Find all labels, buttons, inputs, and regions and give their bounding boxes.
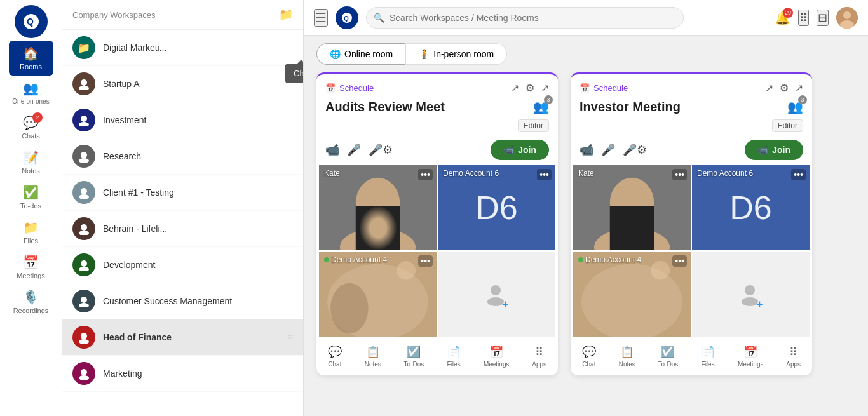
workspace-item-behrain[interactable]: Behrain - Lifeli... ➕ ⚡ ••• ≡ — [62, 211, 303, 247]
drag-handle[interactable]: ≡ — [287, 332, 293, 343]
settings-button-audits[interactable]: ⚙ — [526, 82, 534, 94]
workspace-avatar — [72, 290, 95, 312]
tab-online-room[interactable]: 🌐 Online room — [316, 43, 405, 65]
sidebar-item-rooms[interactable]: 🏠 Rooms — [9, 41, 53, 76]
user-avatar[interactable] — [836, 7, 858, 29]
bolt-button[interactable]: ⚡ — [252, 223, 266, 234]
meeting-card-investor: 📅 Schedule ↗ ⚙ ↗ Investor Meeting 👥 3 Ed… — [571, 72, 812, 375]
expand-button-investor[interactable]: ↗ — [795, 82, 803, 94]
tooltip-text: Change Positions — [294, 69, 304, 78]
bolt-button[interactable]: ⚡ — [252, 42, 266, 53]
meeting-card-audits: 📅 Schedule ↗ ⚙ ↗ Audits Review Meet 👥 3 … — [316, 72, 558, 375]
footer-chat-investor[interactable]: 💬 Chat — [577, 342, 601, 370]
grid-view-button[interactable]: ⠿ — [798, 10, 809, 26]
share-button-audits[interactable]: ↗ — [511, 82, 519, 94]
footer-todos-investor[interactable]: ☑️ To-Dos — [653, 342, 684, 370]
hamburger-menu[interactable]: ☰ — [314, 9, 328, 27]
footer-files-investor[interactable]: 📄 Files — [696, 342, 720, 370]
join-button-audits[interactable]: 📹 Join — [491, 140, 549, 160]
apps-footer-icon: ⠿ — [535, 345, 543, 359]
drag-handle[interactable]: ≡ — [287, 259, 293, 271]
workspace-item-customer-success[interactable]: Customer Success Management ≡ — [62, 283, 303, 319]
sidebar-item-recordings[interactable]: 🎙️ Recordings — [0, 285, 62, 319]
video-btn-investor[interactable]: 📹 — [580, 143, 593, 157]
video-cell-add-investor[interactable]: + — [692, 252, 810, 337]
drag-handle[interactable]: ≡ — [287, 114, 293, 126]
workspace-avatar — [72, 217, 95, 240]
mic-settings-btn-investor[interactable]: 🎤⚙ — [623, 143, 647, 157]
mic-settings-btn-audits[interactable]: 🎤⚙ — [369, 143, 393, 157]
footer-meetings-investor[interactable]: 📅 Meetings — [733, 342, 769, 370]
sidebar-label-files: Files — [24, 237, 38, 245]
meeting-cards-container: 📅 Schedule ↗ ⚙ ↗ Audits Review Meet 👥 3 … — [304, 72, 868, 388]
join-button-investor[interactable]: 📹 Join — [745, 140, 803, 160]
editor-label-row-investor: Editor — [571, 119, 812, 135]
footer-apps-investor[interactable]: ⠿ Apps — [781, 342, 806, 370]
workspace-name-development: Development — [103, 260, 287, 270]
mic-btn-investor[interactable]: 🎤 — [601, 143, 615, 157]
add-button[interactable]: ➕ — [233, 223, 248, 234]
workspace-item-client1[interactable]: Client #1 - Testing ≡ — [62, 175, 303, 211]
drag-handle[interactable]: ≡ — [287, 151, 293, 162]
workspace-item-development[interactable]: Development ≡ — [62, 247, 303, 283]
workspace-avatar: 📁 — [72, 36, 95, 59]
video-name-demo4-audits: Demo Account 4 — [324, 255, 387, 264]
footer-chat-audits[interactable]: 💬 Chat — [323, 342, 347, 370]
video-menu-demo4-investor[interactable]: ••• — [672, 255, 687, 267]
footer-todos-audits[interactable]: ☑️ To-Dos — [399, 342, 430, 370]
video-menu-demo4[interactable]: ••• — [418, 255, 433, 267]
sidebar-item-todos[interactable]: ✅ To-dos — [0, 180, 62, 215]
video-menu-kate-investor[interactable]: ••• — [672, 169, 687, 180]
video-btn-audits[interactable]: 📹 — [325, 143, 339, 157]
drag-handle[interactable]: ≡ — [287, 42, 293, 53]
footer-notes-audits[interactable]: 📋 Notes — [360, 342, 386, 370]
notification-button[interactable]: 🔔 29 — [775, 10, 790, 25]
more-button[interactable]: ••• — [270, 114, 283, 126]
add-button[interactable]: ➕ — [233, 42, 248, 53]
video-cell-d6-audits: D6 Demo Account 6 ••• — [438, 165, 555, 250]
video-menu-kate[interactable]: ••• — [418, 169, 433, 180]
footer-notes-investor[interactable]: 📋 Notes — [614, 342, 641, 370]
video-cell-add-audits[interactable]: + — [438, 252, 555, 337]
settings-button-investor[interactable]: ⚙ — [780, 82, 789, 94]
layout-button[interactable]: ⊟ — [817, 10, 829, 26]
share-button-investor[interactable]: ↗ — [765, 82, 773, 94]
search-input[interactable] — [366, 7, 684, 29]
sidebar-item-chats[interactable]: 💬 2 Chats — [0, 110, 62, 145]
footer-apps-audits[interactable]: ⠿ Apps — [527, 342, 552, 370]
drag-handle[interactable]: ≡ — [287, 368, 293, 379]
footer-files-label: Files — [447, 361, 461, 368]
sidebar-item-meetings[interactable]: 📅 Meetings — [0, 250, 62, 285]
add-workspace-button[interactable]: 📁 — [279, 8, 293, 22]
sidebar-item-files[interactable]: 📁 Files — [0, 215, 62, 250]
workspace-item-marketing[interactable]: Marketing ≡ — [62, 356, 303, 392]
footer-files-audits[interactable]: 📄 Files — [442, 342, 466, 370]
footer-meetings-audits[interactable]: 📅 Meetings — [478, 342, 515, 370]
tab-inperson-room[interactable]: 🧍 In-person room — [405, 43, 507, 65]
video-menu-d6[interactable]: ••• — [537, 169, 552, 180]
add-button[interactable]: ➕ — [233, 114, 248, 126]
sidebar-item-notes[interactable]: 📝 Notes — [0, 145, 62, 180]
demo4-name: Demo Account 4 — [331, 255, 387, 264]
drag-handle[interactable]: ≡ — [287, 223, 293, 234]
video-menu-d6-investor[interactable]: ••• — [791, 169, 806, 180]
workspace-item-investment[interactable]: Investment ➕ ⚡ ••• ≡ — [62, 102, 303, 138]
demo4-name-investor: Demo Account 4 — [585, 255, 641, 264]
footer-apps-label: Apps — [532, 361, 546, 368]
apps-footer-icon-investor: ⠿ — [789, 345, 797, 359]
drag-handle[interactable]: ≡ — [287, 187, 293, 198]
more-button[interactable]: ••• — [270, 223, 283, 234]
workspace-item-research[interactable]: Research ≡ — [62, 138, 303, 175]
files-footer-icon-investor: 📄 — [701, 345, 715, 359]
notes-footer-icon: 📋 — [366, 345, 380, 359]
workspace-item-digital-marketing[interactable]: 📁 Digital Marketi... ➕ ⚡ ••• ≡ — [62, 30, 303, 66]
drag-handle[interactable]: ≡ — [287, 295, 293, 307]
bolt-button[interactable]: ⚡ — [252, 114, 266, 126]
sidebar-item-one-on-ones[interactable]: 👥 One-on-ones — [0, 76, 62, 110]
expand-button-audits[interactable]: ↗ — [541, 82, 549, 94]
more-button[interactable]: ••• — [270, 42, 283, 53]
mic-btn-audits[interactable]: 🎤 — [347, 143, 361, 157]
rooms-icon: 🏠 — [23, 46, 39, 61]
workspace-item-head-of-finance[interactable]: Head of Finance ≡ — [62, 319, 303, 356]
workspace-item-startup-a[interactable]: Startup A ≡ — [62, 66, 303, 102]
